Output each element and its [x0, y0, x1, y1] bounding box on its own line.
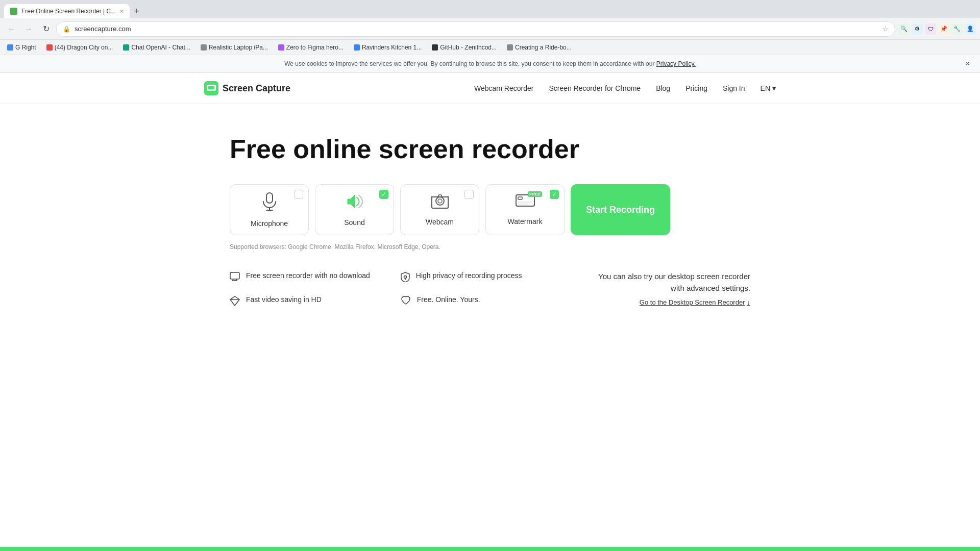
bookmark-3[interactable]: Chat OpenAI - Chat...: [120, 43, 193, 52]
start-recording-button[interactable]: Start Recording: [571, 184, 670, 235]
bookmarks-bar: G Right (44) Dragon City on... Chat Open…: [0, 40, 980, 55]
desktop-cta: You can also try our desktop screen reco…: [587, 271, 750, 306]
feature-privacy-text: High privacy of recording process: [416, 271, 522, 281]
svg-point-7: [438, 199, 442, 203]
heart-icon: [401, 296, 411, 308]
bookmark-7[interactable]: GitHub - Zenithcod...: [429, 43, 500, 52]
new-tab-button[interactable]: +: [130, 4, 144, 18]
ext-5[interactable]: 🔧: [951, 23, 963, 35]
sound-icon: [346, 193, 364, 213]
bookmark-8[interactable]: Creating a Ride-bo...: [504, 43, 575, 52]
nav-pricing[interactable]: Pricing: [685, 84, 707, 92]
nav-sign-in[interactable]: Sign In: [723, 84, 745, 92]
logo-icon: [204, 81, 218, 95]
feature-free: Free. Online. Yours.: [401, 295, 541, 309]
bookmark-6[interactable]: Ravinders Kitchen 1...: [351, 43, 425, 52]
bookmark-1[interactable]: G Right: [4, 43, 39, 52]
feature-no-download-text: Free screen recorder with no download: [246, 271, 370, 281]
language-selector[interactable]: EN ▾: [761, 84, 776, 92]
tab-close-button[interactable]: ×: [120, 8, 123, 14]
ext-4[interactable]: 📌: [938, 23, 949, 35]
svg-rect-13: [230, 272, 239, 279]
webcam-option[interactable]: Webcam: [400, 184, 479, 235]
feature-no-download: Free screen recorder with no download: [230, 271, 370, 285]
bookmark-5[interactable]: Zero to Figma hero...: [275, 43, 347, 52]
supported-browsers-text: Supported browsers: Google Chrome, Mozil…: [230, 243, 750, 251]
nav-webcam-recorder[interactable]: Webcam Recorder: [474, 84, 533, 92]
microphone-icon: [261, 192, 278, 214]
nav-screen-recorder-chrome[interactable]: Screen Recorder for Chrome: [549, 84, 641, 92]
sound-checkbox[interactable]: ✓: [379, 190, 388, 199]
tab-title: Free Online Screen Recorder | C...: [21, 8, 116, 15]
ext-3[interactable]: 🛡: [925, 23, 936, 35]
feature-hd-text: Fast video saving in HD: [246, 295, 322, 305]
svg-rect-8: [438, 195, 442, 197]
diamond-icon: [230, 296, 240, 309]
webcam-label: Webcam: [426, 218, 454, 226]
features-grid: Free screen recorder with no download Hi…: [230, 271, 541, 309]
hero-title: Free online screen recorder: [230, 135, 750, 164]
bookmark-4[interactable]: Realistic Laptop iPa...: [198, 43, 271, 52]
microphone-checkbox[interactable]: [294, 190, 303, 199]
active-tab[interactable]: Free Online Screen Recorder | C... ×: [4, 4, 130, 18]
watermark-option[interactable]: ✓ FREE Watermark: [485, 184, 565, 235]
microphone-label: Microphone: [251, 219, 288, 228]
svg-point-6: [436, 197, 444, 205]
feature-hd: Fast video saving in HD: [230, 295, 370, 309]
chevron-down-icon: ▾: [772, 84, 776, 92]
svg-rect-2: [208, 86, 214, 89]
monitor-icon: [230, 272, 240, 284]
forward-button[interactable]: →: [21, 22, 36, 36]
nav-links: Webcam Recorder Screen Recorder for Chro…: [474, 84, 776, 92]
privacy-icon: [401, 272, 410, 285]
download-arrow-icon: ↓: [747, 298, 751, 306]
tab-favicon: [10, 8, 17, 15]
watermark-checkbox[interactable]: ✓: [550, 190, 559, 199]
nav-blog[interactable]: Blog: [656, 84, 670, 92]
feature-free-text: Free. Online. Yours.: [417, 295, 480, 305]
feature-privacy: High privacy of recording process: [401, 271, 541, 285]
features-section: Free screen recorder with no download Hi…: [230, 271, 750, 324]
ext-2[interactable]: ⚙: [912, 23, 923, 35]
webcam-checkbox[interactable]: [464, 190, 474, 199]
navigation: Screen Capture Webcam Recorder Screen Re…: [0, 73, 980, 104]
logo-text: Screen Capture: [223, 83, 290, 94]
privacy-policy-link[interactable]: Privacy Policy.: [656, 60, 696, 67]
sound-label: Sound: [344, 218, 364, 227]
desktop-cta-text: You can also try our desktop screen reco…: [587, 271, 750, 294]
svg-rect-3: [266, 193, 273, 203]
lock-icon: 🔒: [63, 26, 70, 33]
logo[interactable]: Screen Capture: [204, 81, 290, 95]
url-text: screencapture.com: [75, 25, 878, 33]
microphone-option[interactable]: Microphone: [230, 184, 309, 235]
reload-button[interactable]: ↻: [39, 22, 53, 36]
watermark-badge: FREE: [528, 191, 542, 197]
watermark-label: Watermark: [508, 217, 543, 226]
back-button[interactable]: ←: [4, 22, 18, 36]
address-bar[interactable]: 🔒 screencapture.com ☆: [56, 21, 895, 37]
recording-options: Microphone ✓ Sound: [230, 184, 750, 235]
ext-profile[interactable]: 👤: [965, 23, 976, 35]
svg-rect-10: [518, 197, 522, 199]
ext-1[interactable]: 🔍: [898, 23, 910, 35]
star-icon: ☆: [883, 25, 889, 33]
bookmark-2[interactable]: (44) Dragon City on...: [43, 43, 116, 52]
cookie-text: We use cookies to improve the services w…: [284, 60, 654, 67]
webcam-icon: [431, 194, 449, 213]
sound-option[interactable]: ✓ Sound: [315, 184, 394, 235]
desktop-cta-link[interactable]: Go to the Desktop Screen Recorder ↓: [640, 298, 750, 306]
extensions-area: 🔍 ⚙ 🛡 📌 🔧 👤: [898, 23, 976, 35]
cookie-banner: We use cookies to improve the services w…: [0, 55, 980, 73]
cookie-close-button[interactable]: ×: [965, 59, 970, 68]
watermark-icon: FREE: [516, 194, 535, 212]
